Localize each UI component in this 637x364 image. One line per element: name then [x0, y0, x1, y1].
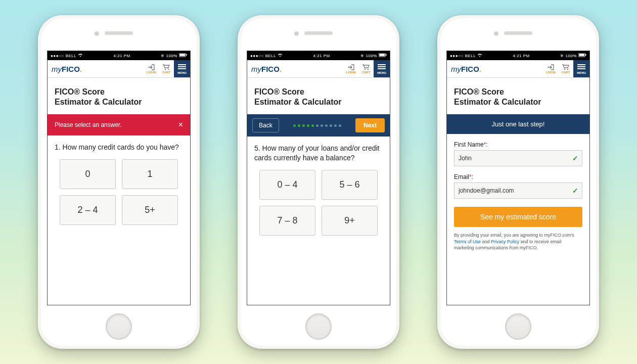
- menu-button[interactable]: MENU: [174, 60, 190, 77]
- question-text: 5. How many of your loans and/or credit …: [254, 144, 383, 163]
- submit-button[interactable]: See my estimated score: [454, 207, 582, 227]
- logo[interactable]: myFICO.: [52, 65, 144, 73]
- logo-my: my: [451, 65, 461, 73]
- screen-2: ●●●○○ BELL 4:21 PM ✱ 100% myFICO. LOGIN …: [247, 51, 390, 305]
- mockup-stage: ●●●○○ BELL 4:21 PM ✱ 100%: [0, 0, 637, 364]
- error-text: Please select an answer.: [55, 121, 122, 128]
- cart-label: CART: [562, 71, 570, 74]
- menu-label: MENU: [177, 71, 187, 74]
- app-header: myFICO. LOGIN CART MENU: [48, 60, 190, 78]
- last-step-header: Just one last step!: [447, 114, 589, 134]
- battery-icon: [179, 53, 187, 58]
- option-0[interactable]: 0: [60, 159, 116, 189]
- login-button[interactable]: LOGIN: [343, 64, 358, 74]
- home-button[interactable]: [505, 313, 531, 340]
- option-3[interactable]: 5+: [122, 195, 178, 225]
- camera-dot: [494, 31, 498, 36]
- option-3[interactable]: 9+: [322, 206, 378, 236]
- progress-dot: [302, 124, 305, 127]
- svg-rect-12: [585, 54, 586, 56]
- progress-dot: [307, 124, 309, 127]
- progress-dot: [311, 124, 314, 127]
- home-button[interactable]: [106, 313, 132, 340]
- option-2[interactable]: 7 – 8: [259, 206, 315, 236]
- phone-frame-2: ●●●○○ BELL 4:21 PM ✱ 100% myFICO. LOGIN …: [238, 15, 399, 349]
- svg-point-13: [564, 68, 565, 69]
- status-bar: ●●●○○ BELL 4:21 PM ✱ 100%: [247, 51, 390, 60]
- logo[interactable]: myFICO.: [451, 65, 543, 73]
- options-grid: 0 – 4 5 – 6 7 – 8 9+: [254, 170, 383, 236]
- check-icon: ✓: [572, 187, 578, 195]
- carrier-label: BELL: [265, 54, 277, 58]
- screen-3: ●●●○○ BELL 4:21 PM ✱ 100% myFICO. LOGIN …: [446, 51, 590, 305]
- svg-rect-2: [186, 54, 187, 56]
- first-name-field-wrap: ✓: [454, 150, 582, 166]
- battery-label: 100%: [166, 54, 177, 58]
- bluetooth-icon: ✱: [360, 54, 365, 58]
- option-0[interactable]: 0 – 4: [259, 170, 315, 200]
- progress-dot: [330, 124, 332, 127]
- battery-icon: [379, 53, 387, 58]
- email-input[interactable]: [454, 183, 582, 199]
- login-button[interactable]: LOGIN: [144, 64, 159, 74]
- battery-label: 100%: [366, 54, 377, 58]
- privacy-link[interactable]: Privacy Policy: [491, 239, 519, 244]
- wifi-icon: [477, 53, 482, 58]
- status-time: 4:21 PM: [113, 54, 130, 58]
- login-label: LOGIN: [546, 71, 556, 74]
- menu-button[interactable]: MENU: [374, 60, 390, 77]
- earpiece: [304, 31, 333, 35]
- home-button[interactable]: [305, 313, 332, 340]
- svg-point-14: [567, 68, 568, 69]
- hamburger-icon: [178, 63, 186, 70]
- progress-dots: [283, 124, 351, 127]
- progress-dot: [298, 124, 300, 127]
- phone-frame-1: ●●●○○ BELL 4:21 PM ✱ 100%: [38, 15, 200, 349]
- progress-dot: [316, 124, 318, 127]
- cart-button[interactable]: CART: [159, 64, 174, 74]
- menu-label: MENU: [377, 71, 386, 74]
- status-bar: ●●●○○ BELL 4:21 PM ✱ 100%: [447, 51, 589, 60]
- status-time: 4:21 PM: [313, 54, 330, 58]
- progress-dot: [321, 124, 323, 127]
- carrier-label: BELL: [465, 54, 476, 58]
- login-button[interactable]: LOGIN: [543, 64, 558, 74]
- terms-link[interactable]: Terms of Use: [454, 239, 481, 244]
- check-icon: ✓: [572, 154, 578, 162]
- page-title: FICO® Score Estimator & Calculator: [254, 87, 383, 107]
- next-button[interactable]: Next: [355, 118, 385, 132]
- cart-button[interactable]: CART: [358, 64, 374, 74]
- close-icon[interactable]: ×: [178, 120, 183, 129]
- cart-button[interactable]: CART: [558, 64, 573, 74]
- logo-dot: .: [80, 65, 82, 73]
- carrier-label: BELL: [66, 54, 77, 58]
- earpiece: [105, 31, 133, 35]
- svg-point-3: [165, 68, 166, 69]
- screen-1: ●●●○○ BELL 4:21 PM ✱ 100%: [47, 51, 191, 305]
- option-2[interactable]: 2 – 4: [60, 195, 116, 225]
- email-field-wrap: ✓: [454, 183, 582, 199]
- email-label: Email*:: [454, 173, 582, 180]
- cart-label: CART: [362, 71, 371, 74]
- signal-dots: ●●●○○: [250, 54, 264, 58]
- battery-label: 100%: [566, 54, 577, 58]
- first-name-input[interactable]: [454, 150, 582, 166]
- page-title-line2: Estimator & Calculator: [454, 98, 541, 106]
- page-title: FICO® Score Estimator & Calculator: [454, 87, 582, 107]
- back-button[interactable]: Back: [252, 118, 279, 132]
- menu-button[interactable]: MENU: [573, 60, 589, 77]
- camera-dot: [294, 31, 299, 36]
- progress-dot: [325, 124, 328, 127]
- bluetooth-icon: ✱: [560, 54, 564, 58]
- page-title-line2: Estimator & Calculator: [254, 98, 341, 106]
- option-1[interactable]: 5 – 6: [322, 170, 378, 200]
- svg-point-4: [168, 68, 169, 69]
- legal-pre: By providing your email, you are agreein…: [454, 233, 574, 238]
- logo-fico: FICO: [62, 65, 80, 73]
- options-grid: 0 1 2 – 4 5+: [55, 159, 183, 225]
- status-time: 4:21 PM: [513, 54, 529, 58]
- option-1[interactable]: 1: [122, 159, 178, 189]
- first-name-label: First Name*:: [454, 141, 582, 148]
- progress-nav: Back Next: [247, 114, 390, 136]
- logo[interactable]: myFICO.: [251, 65, 343, 73]
